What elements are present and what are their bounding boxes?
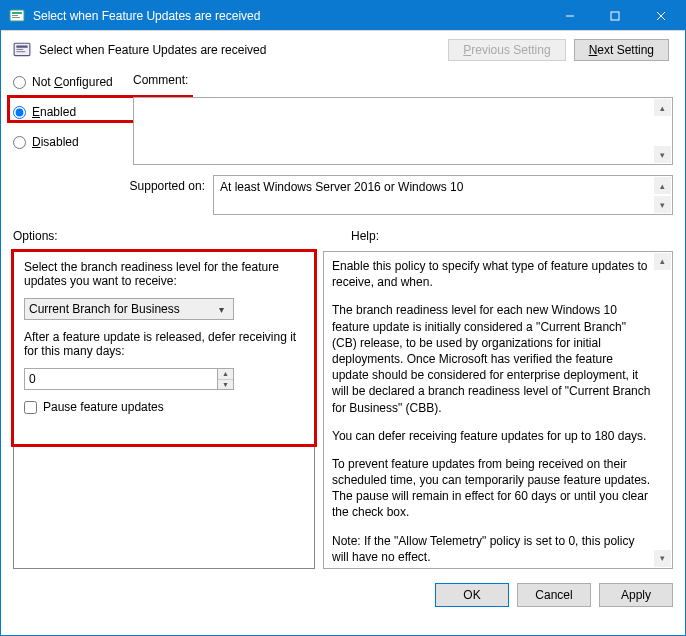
supported-label: Supported on: — [13, 175, 213, 193]
config-section: Not Configured Enabled Disabled Comment:… — [1, 65, 685, 175]
help-label: Help: — [343, 229, 673, 243]
spinner-up-icon[interactable]: ▲ — [218, 369, 233, 380]
scroll-down-icon[interactable]: ▾ — [654, 146, 671, 163]
window-title: Select when Feature Updates are received — [33, 9, 547, 23]
defer-days-spinner[interactable]: ▲ ▼ — [24, 368, 234, 390]
svg-rect-9 — [16, 46, 27, 48]
button-bar: OK Cancel Apply — [1, 577, 685, 617]
cancel-button[interactable]: Cancel — [517, 583, 591, 607]
radio-enabled[interactable]: Enabled — [13, 103, 133, 121]
pause-checkbox[interactable] — [24, 401, 37, 414]
supported-row: Supported on: At least Windows Server 20… — [1, 175, 685, 223]
scroll-up-icon[interactable]: ▴ — [654, 177, 671, 194]
svg-rect-1 — [12, 12, 22, 14]
svg-rect-5 — [611, 12, 619, 20]
svg-rect-2 — [12, 15, 18, 16]
scroll-down-icon[interactable]: ▾ — [654, 196, 671, 213]
svg-rect-3 — [12, 17, 20, 18]
title-bar: Select when Feature Updates are received — [1, 1, 685, 31]
scroll-down-icon[interactable]: ▾ — [654, 550, 671, 567]
policy-icon — [13, 41, 31, 59]
chevron-down-icon: ▾ — [213, 304, 229, 315]
previous-setting-button[interactable]: Previous Setting — [448, 39, 565, 61]
svg-rect-10 — [16, 49, 23, 50]
defer-days-input[interactable] — [24, 368, 217, 390]
minimize-button[interactable] — [547, 1, 592, 31]
radio-not-configured[interactable]: Not Configured — [13, 73, 133, 91]
close-button[interactable] — [637, 1, 685, 31]
ok-button[interactable]: OK — [435, 583, 509, 607]
branch-label: Select the branch readiness level for th… — [24, 260, 304, 288]
spinner-down-icon[interactable]: ▼ — [218, 380, 233, 390]
scroll-up-icon[interactable]: ▴ — [654, 99, 671, 116]
radio-group: Not Configured Enabled Disabled — [13, 73, 133, 163]
pause-checkbox-row[interactable]: Pause feature updates — [24, 400, 304, 414]
help-paragraph: To prevent feature updates from being re… — [332, 456, 652, 521]
options-box: Select the branch readiness level for th… — [13, 251, 315, 569]
help-paragraph: You can defer receiving feature updates … — [332, 428, 652, 444]
pause-label: Pause feature updates — [43, 400, 164, 414]
app-icon — [9, 8, 25, 24]
comment-label: Comment: — [133, 73, 673, 89]
radio-disabled[interactable]: Disabled — [13, 133, 133, 151]
defer-label: After a feature update is released, defe… — [24, 330, 304, 358]
help-paragraph: Enable this policy to specify what type … — [332, 258, 652, 290]
next-setting-button[interactable]: Next Setting — [574, 39, 669, 61]
apply-button[interactable]: Apply — [599, 583, 673, 607]
main-row: Select the branch readiness level for th… — [1, 247, 685, 577]
help-paragraph: Note: If the "Allow Telemetry" policy is… — [332, 533, 652, 565]
scroll-up-icon[interactable]: ▴ — [654, 253, 671, 270]
header-row: Select when Feature Updates are received… — [1, 31, 685, 65]
maximize-button[interactable] — [592, 1, 637, 31]
supported-box: At least Windows Server 2016 or Windows … — [213, 175, 673, 215]
supported-value: At least Windows Server 2016 or Windows … — [220, 180, 463, 194]
options-label: Options: — [13, 229, 343, 243]
help-paragraph: The branch readiness level for each new … — [332, 302, 652, 415]
help-box: Enable this policy to specify what type … — [323, 251, 673, 569]
comment-textarea[interactable]: ▴ ▾ — [133, 97, 673, 165]
section-labels: Options: Help: — [1, 223, 685, 247]
branch-combobox[interactable]: Current Branch for Business ▾ — [24, 298, 234, 320]
header-subtitle: Select when Feature Updates are received — [39, 43, 448, 57]
branch-value: Current Branch for Business — [29, 302, 180, 316]
svg-rect-11 — [16, 51, 25, 52]
